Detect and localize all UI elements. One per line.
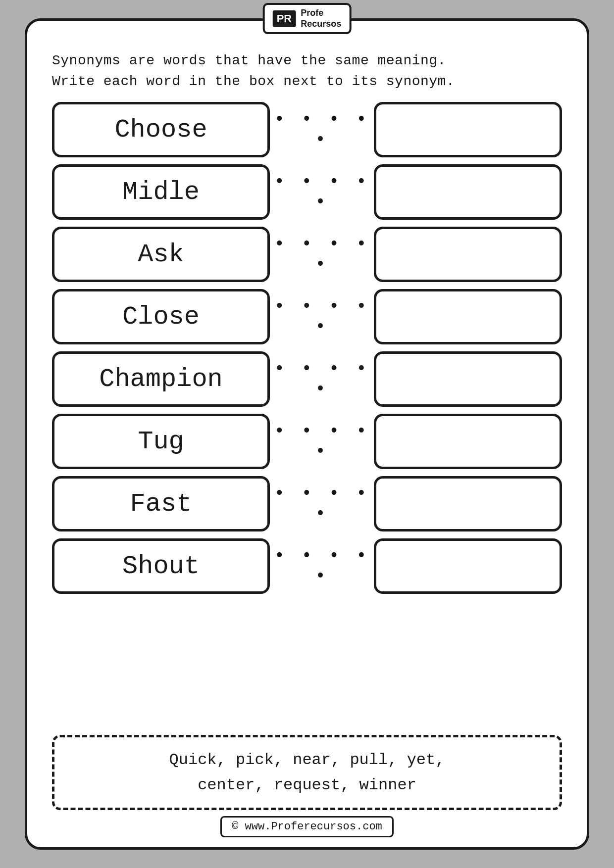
instructions: Synonyms are words that have the same me… [52, 50, 562, 92]
dots-midle: • • • • • [270, 172, 374, 212]
logo-pr-icon: PR [273, 10, 296, 27]
word-row: Fast • • • • • [52, 476, 562, 531]
dots-fast: • • • • • [270, 483, 374, 524]
word-box-fast: Fast [52, 476, 270, 531]
word-label-midle: Midle [122, 178, 200, 207]
answer-box-midle[interactable] [374, 164, 562, 220]
logo-banner: PR Profe Recursos [263, 3, 352, 34]
word-label-tug: Tug [138, 427, 184, 456]
word-label-choose: Choose [114, 115, 207, 145]
word-box-tug: Tug [52, 414, 270, 469]
word-bank-text: Quick, pick, near, pull, yet, center, re… [69, 747, 545, 798]
word-box-shout: Shout [52, 538, 270, 594]
dots-shout: • • • • • [270, 546, 374, 586]
word-row: Tug • • • • • [52, 414, 562, 469]
rows-container: Choose • • • • • Midle • • • • • Ask • •… [52, 102, 562, 730]
answer-box-choose[interactable] [374, 102, 562, 157]
main-page: PR Profe Recursos Synonyms are words tha… [25, 18, 589, 850]
dots-champion: • • • • • [270, 359, 374, 399]
word-box-ask: Ask [52, 227, 270, 282]
word-row: Close • • • • • [52, 289, 562, 344]
answer-box-close[interactable] [374, 289, 562, 344]
answer-box-shout[interactable] [374, 538, 562, 594]
word-label-close: Close [122, 302, 200, 332]
word-row: Shout • • • • • [52, 538, 562, 594]
dots-close: • • • • • [270, 296, 374, 337]
word-label-shout: Shout [122, 552, 200, 581]
dots-tug: • • • • • [270, 421, 374, 462]
word-box-champion: Champion [52, 351, 270, 407]
dots-choose: • • • • • [270, 109, 374, 150]
answer-box-ask[interactable] [374, 227, 562, 282]
word-box-midle: Midle [52, 164, 270, 220]
dots-ask: • • • • • [270, 234, 374, 275]
word-row: Ask • • • • • [52, 227, 562, 282]
word-row: Champion • • • • • [52, 351, 562, 407]
logo-text: Profe Recursos [301, 8, 341, 29]
word-label-ask: Ask [138, 240, 184, 269]
word-row: Choose • • • • • [52, 102, 562, 157]
footer: © www.Proferecursos.com [220, 816, 394, 837]
answer-box-fast[interactable] [374, 476, 562, 531]
answer-box-champion[interactable] [374, 351, 562, 407]
word-row: Midle • • • • • [52, 164, 562, 220]
word-label-champion: Champion [99, 365, 223, 394]
word-box-close: Close [52, 289, 270, 344]
answer-box-tug[interactable] [374, 414, 562, 469]
word-box-choose: Choose [52, 102, 270, 157]
word-bank: Quick, pick, near, pull, yet, center, re… [52, 735, 562, 810]
word-label-fast: Fast [130, 489, 192, 519]
